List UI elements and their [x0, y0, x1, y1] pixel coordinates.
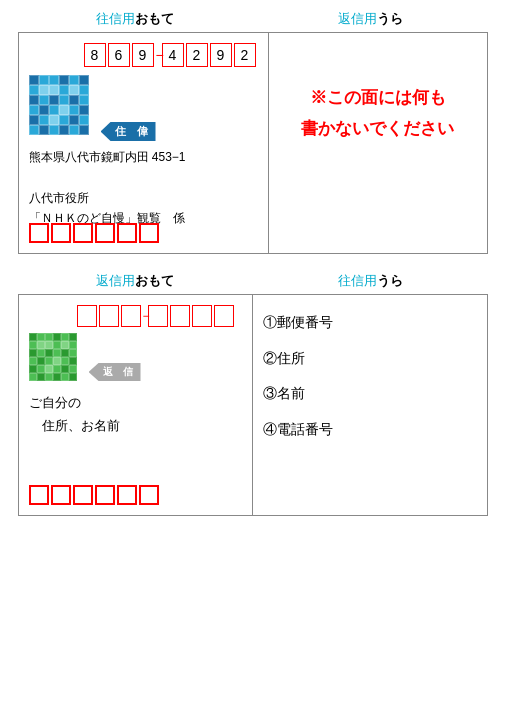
info-item-4: ④電話番号: [263, 412, 477, 448]
omote-label: おもて: [135, 11, 174, 26]
postal-box-sm-7: [214, 305, 234, 327]
ura-label-bottom: うら: [377, 273, 403, 288]
stamp-box-b2: [51, 485, 71, 505]
notice-line1: ※この面には何も: [279, 83, 477, 114]
stamp-boxes-bottom: [29, 485, 159, 505]
top-row-labels: 往信用おもて 返信用うら: [18, 10, 488, 28]
pixel-art-top: [29, 75, 89, 135]
postal-box-sm-6: [192, 305, 212, 327]
bottom-left-card: − 返 信 ご自分の 住所、お名前: [19, 295, 254, 515]
top-cards-row: 8 6 9 − 4 2 9 2 住 偉 熊本県八代市鏡町内田 4: [18, 32, 488, 254]
self-addr-line1: ご自分の: [29, 391, 243, 414]
henshin-label-bottom: 返信用: [96, 273, 135, 288]
stamp-box-b5: [117, 485, 137, 505]
postal-box-sm-2: [99, 305, 119, 327]
bottom-right-label: 往信用うら: [253, 272, 488, 290]
stamp-box-b3: [73, 485, 93, 505]
stamp-box-6: [139, 223, 159, 243]
self-addr-line2: 住所、お名前: [29, 414, 243, 437]
top-left-card: 8 6 9 − 4 2 9 2 住 偉 熊本県八代市鏡町内田 4: [19, 33, 269, 253]
postal-box-sm-5: [170, 305, 190, 327]
stamp-box-b4: [95, 485, 115, 505]
postal-box-5: 2: [186, 43, 208, 67]
self-address-block: ご自分の 住所、お名前: [29, 387, 243, 438]
top-right-card: ※この面には何も 書かないでください: [269, 33, 487, 253]
postal-box-4: 4: [162, 43, 184, 67]
henshin-label-top: 返信用: [338, 11, 377, 26]
stamp-box-2: [51, 223, 71, 243]
stamp-box-b1: [29, 485, 49, 505]
bottom-left-label: 返信用おもて: [18, 272, 253, 290]
postal-box-7: 2: [234, 43, 256, 67]
top-right-label: 返信用うら: [253, 10, 488, 28]
postal-box-2: 6: [108, 43, 130, 67]
stamp-box-b6: [139, 485, 159, 505]
stamp-box-4: [95, 223, 115, 243]
pixel-art-bottom: [29, 333, 77, 381]
postal-box-sm-3: [121, 305, 141, 327]
address-line1: 熊本県八代市鏡町内田 453−1: [29, 147, 258, 167]
info-item-2: ②住所: [263, 341, 477, 377]
address-block: 熊本県八代市鏡町内田 453−1 八代市役所 「ＮＨＫのど自慢」観覧 係: [29, 147, 258, 229]
henshin-badge: 返 信: [89, 363, 141, 381]
oushin-label-bottom: 往信用: [338, 273, 377, 288]
oushin-badge: 住 偉: [101, 122, 156, 141]
postal-box-6: 9: [210, 43, 232, 67]
bottom-right-card: ①郵便番号 ②住所 ③名前 ④電話番号: [253, 295, 487, 515]
notice-block: ※この面には何も 書かないでください: [279, 83, 477, 144]
address-line2: 八代市役所: [29, 188, 258, 208]
notice-line2: 書かないでください: [279, 114, 477, 145]
bottom-cards-row: − 返 信 ご自分の 住所、お名前: [18, 294, 488, 516]
postal-number-top: 8 6 9 − 4 2 9 2: [84, 43, 258, 67]
postal-number-bottom: −: [77, 305, 243, 327]
postal-box-1: 8: [84, 43, 106, 67]
info-items-list: ①郵便番号 ②住所 ③名前 ④電話番号: [263, 305, 477, 447]
stamp-box-3: [73, 223, 93, 243]
info-item-3: ③名前: [263, 376, 477, 412]
postal-box-3: 9: [132, 43, 154, 67]
oushin-label: 往信用: [96, 11, 135, 26]
info-item-1: ①郵便番号: [263, 305, 477, 341]
ura-label-top: うら: [377, 11, 403, 26]
stamp-box-1: [29, 223, 49, 243]
postal-box-sm-4: [148, 305, 168, 327]
omote-label-bottom: おもて: [135, 273, 174, 288]
stamp-box-5: [117, 223, 137, 243]
bottom-row-labels: 返信用おもて 往信用うら: [18, 272, 488, 290]
stamp-boxes-top: [29, 223, 159, 243]
top-left-label: 往信用おもて: [18, 10, 253, 28]
postal-box-sm-1: [77, 305, 97, 327]
